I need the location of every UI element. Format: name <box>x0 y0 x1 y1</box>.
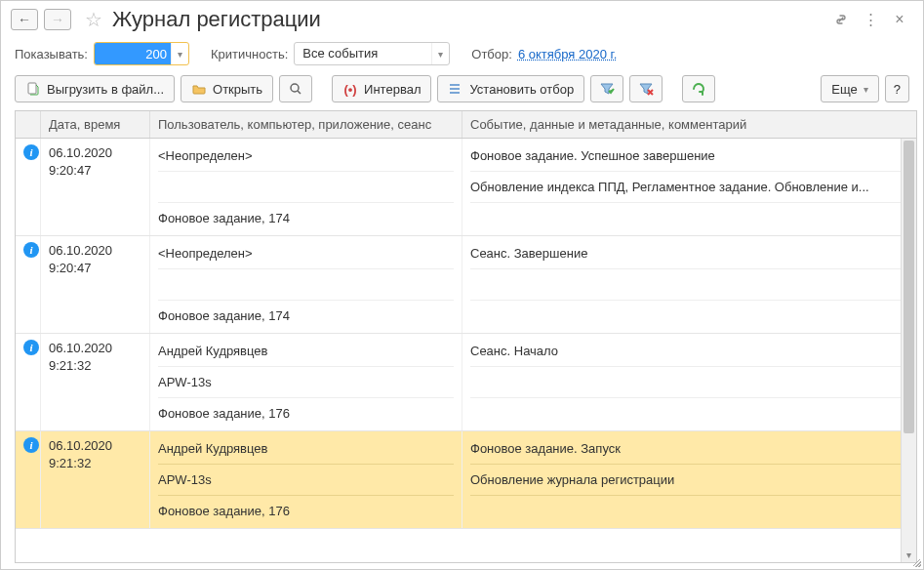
row-date: 06.10.2020 <box>49 340 141 357</box>
table-row[interactable]: i06.10.20209:21:32Андрей КудрявцевAPW-13… <box>16 431 916 529</box>
event-line: Сеанс. Начало <box>470 340 908 362</box>
user-line <box>158 171 454 198</box>
row-user-cell: <Неопределен> Фоновое задание, 174 <box>150 139 462 235</box>
event-line <box>470 300 908 327</box>
forward-button[interactable]: → <box>44 9 71 30</box>
row-info-cell: i <box>16 334 41 430</box>
svg-rect-0 <box>28 83 36 94</box>
table-row[interactable]: i06.10.20209:20:47<Неопределен> Фоновое … <box>16 139 916 236</box>
event-line: Обновление индекса ППД, Регламентное зад… <box>470 171 908 198</box>
scroll-thumb[interactable] <box>904 141 914 433</box>
info-icon: i <box>23 242 39 258</box>
row-info-cell: i <box>16 431 41 528</box>
export-button[interactable]: Выгрузить в файл... <box>15 75 175 102</box>
vertical-scrollbar[interactable]: ▾ <box>901 139 916 562</box>
interval-label: Интервал <box>364 82 421 97</box>
col-header-event[interactable]: Событие, данные и метаданные, комментари… <box>462 111 916 138</box>
row-time: 9:20:47 <box>49 260 141 277</box>
refresh-button[interactable] <box>682 75 715 102</box>
user-line: Фоновое задание, 176 <box>158 495 454 522</box>
show-label: Показывать: <box>15 47 88 61</box>
event-line: Фоновое задание. Запуск <box>470 437 908 460</box>
criticality-dropdown-icon[interactable]: ▾ <box>431 43 449 64</box>
col-header-user[interactable]: Пользователь, компьютер, приложение, сеа… <box>150 111 462 138</box>
close-icon[interactable]: × <box>892 12 907 27</box>
svg-rect-3 <box>450 88 460 90</box>
filter-bar: Показывать: 200 ▾ Критичность: Все событ… <box>1 36 923 71</box>
criticality-select[interactable]: Все события ▾ <box>294 42 450 65</box>
show-count-value[interactable]: 200 <box>95 43 171 64</box>
row-date-cell: 06.10.20209:21:32 <box>41 431 150 528</box>
titlebar: ← → ☆ Журнал регистрации ⋮ × <box>1 1 923 36</box>
row-time: 9:20:47 <box>49 162 141 180</box>
interval-button[interactable]: (•) Интервал <box>332 75 431 102</box>
filter-list-icon <box>448 81 463 97</box>
show-count-input[interactable]: 200 ▾ <box>94 42 189 65</box>
arrow-left-icon: ← <box>18 12 31 27</box>
row-event-cell: Фоновое задание. ЗапускОбновление журнал… <box>462 431 916 528</box>
open-button[interactable]: Открыть <box>181 75 273 102</box>
row-user-cell: Андрей КудрявцевAPW-13sФоновое задание, … <box>150 431 462 528</box>
search-icon <box>288 81 303 97</box>
selection-label: Отбор: <box>471 47 512 61</box>
user-line: Андрей Кудрявцев <box>158 437 454 460</box>
more-label: Еще <box>831 82 857 97</box>
table-header: Дата, время Пользователь, компьютер, при… <box>16 111 916 139</box>
criticality-value: Все события <box>295 43 431 64</box>
event-line: Обновление журнала регистрации <box>470 464 908 491</box>
event-line <box>470 268 908 296</box>
row-date: 06.10.2020 <box>49 144 141 162</box>
event-line: Сеанс. Завершение <box>470 242 908 265</box>
row-event-cell: Сеанс. Завершение <box>462 236 916 333</box>
show-count-dropdown[interactable]: ▾ <box>171 43 188 64</box>
row-date-cell: 06.10.20209:20:47 <box>41 139 150 235</box>
set-filter-label: Установить отбор <box>469 82 574 97</box>
log-table: Дата, время Пользователь, компьютер, при… <box>15 110 917 563</box>
row-info-cell: i <box>16 139 41 235</box>
link-icon[interactable] <box>833 12 849 27</box>
row-info-cell: i <box>16 236 41 333</box>
export-icon <box>25 81 41 97</box>
table-row[interactable]: i06.10.20209:21:32Андрей КудрявцевAPW-13… <box>16 334 916 431</box>
resize-handle[interactable] <box>909 555 923 569</box>
user-line: Фоновое задание, 174 <box>158 300 454 327</box>
col-header-info <box>16 111 41 138</box>
page-title: Журнал регистрации <box>112 7 827 32</box>
kebab-menu-icon[interactable]: ⋮ <box>863 12 878 27</box>
selection-date-link[interactable]: 6 октября 2020 г. <box>518 47 617 61</box>
arrow-right-icon: → <box>51 12 64 27</box>
open-label: Открыть <box>213 82 262 97</box>
info-icon: i <box>23 144 39 160</box>
user-line: <Неопределен> <box>158 242 454 265</box>
row-date-cell: 06.10.20209:21:32 <box>41 334 150 430</box>
user-line: Фоновое задание, 174 <box>158 202 454 229</box>
user-line: APW-13s <box>158 464 454 491</box>
set-filter-button[interactable]: Установить отбор <box>437 75 584 102</box>
funnel-clear-icon <box>638 81 654 97</box>
more-button[interactable]: Еще ▾ <box>821 75 878 102</box>
user-line: <Неопределен> <box>158 144 454 167</box>
interval-icon: (•) <box>342 81 358 97</box>
back-button[interactable]: ← <box>11 9 38 30</box>
svg-rect-2 <box>450 84 460 86</box>
svg-point-1 <box>291 84 299 92</box>
col-header-date[interactable]: Дата, время <box>41 111 150 138</box>
search-button[interactable] <box>279 75 312 102</box>
event-line <box>470 202 908 229</box>
user-line: APW-13s <box>158 366 454 393</box>
help-icon: ? <box>894 82 901 97</box>
row-date-cell: 06.10.20209:20:47 <box>41 236 150 333</box>
svg-rect-4 <box>450 92 460 94</box>
user-line: Фоновое задание, 176 <box>158 397 454 425</box>
help-button[interactable]: ? <box>885 75 909 102</box>
row-date: 06.10.2020 <box>49 242 141 260</box>
funnel-check-icon <box>599 81 615 97</box>
table-row[interactable]: i06.10.20209:20:47<Неопределен> Фоновое … <box>16 236 916 334</box>
favorite-star-icon[interactable]: ☆ <box>85 8 102 31</box>
apply-filter-button[interactable] <box>590 75 623 102</box>
clear-filter-button[interactable] <box>629 75 663 102</box>
chevron-down-icon: ▾ <box>864 84 868 95</box>
refresh-icon <box>691 81 706 97</box>
table-body: i06.10.20209:20:47<Неопределен> Фоновое … <box>16 139 916 562</box>
folder-open-icon <box>191 81 207 97</box>
